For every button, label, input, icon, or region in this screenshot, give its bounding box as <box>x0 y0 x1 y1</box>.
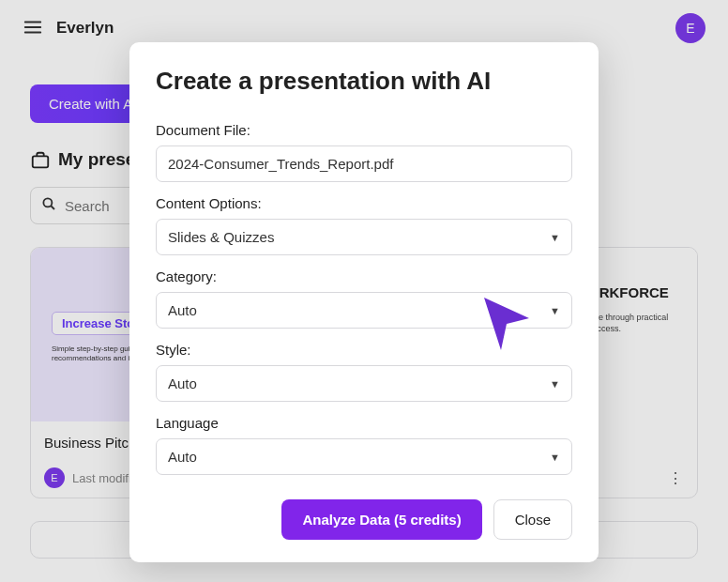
brand-name: Everlyn <box>56 19 114 38</box>
search-icon <box>40 195 57 216</box>
svg-line-2 <box>51 206 54 209</box>
category-value: Auto <box>168 302 197 318</box>
document-file-value: 2024-Consumer_Trends_Report.pdf <box>168 156 393 172</box>
avatar[interactable]: E <box>675 13 705 43</box>
style-select[interactable]: Auto ▼ <box>156 365 572 402</box>
document-file-input[interactable]: 2024-Consumer_Trends_Report.pdf <box>156 146 572 182</box>
language-select[interactable]: Auto ▼ <box>156 438 572 475</box>
document-file-label: Document File: <box>156 122 572 138</box>
category-label: Category: <box>156 268 572 284</box>
more-icon[interactable]: ⋮ <box>667 469 684 487</box>
style-label: Style: <box>156 342 572 358</box>
briefcase-icon <box>30 150 49 169</box>
category-select[interactable]: Auto ▼ <box>156 292 572 329</box>
chevron-down-icon: ▼ <box>550 232 560 243</box>
svg-point-1 <box>43 198 52 207</box>
chevron-down-icon: ▼ <box>550 452 560 463</box>
language-value: Auto <box>168 449 197 465</box>
content-options-value: Slides & Quizzes <box>168 229 274 245</box>
style-value: Auto <box>168 375 197 391</box>
content-options-label: Content Options: <box>156 195 572 211</box>
create-presentation-modal: Create a presentation with AI Document F… <box>129 42 599 562</box>
card-avatar: E <box>44 467 65 488</box>
close-button[interactable]: Close <box>493 499 572 540</box>
language-label: Language <box>156 415 572 431</box>
svg-rect-0 <box>33 156 49 167</box>
modal-title: Create a presentation with AI <box>156 67 572 96</box>
chevron-down-icon: ▼ <box>550 378 560 390</box>
analyze-data-button[interactable]: Analyze Data (5 credits) <box>281 499 481 540</box>
menu-icon[interactable] <box>23 17 45 39</box>
chevron-down-icon: ▼ <box>550 305 560 316</box>
content-options-select[interactable]: Slides & Quizzes ▼ <box>156 219 572 255</box>
